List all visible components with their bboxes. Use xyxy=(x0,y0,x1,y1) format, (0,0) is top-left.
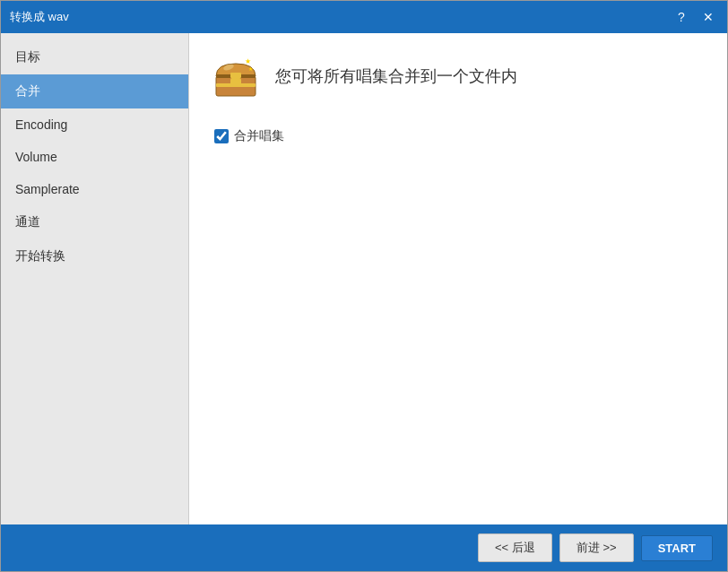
back-button[interactable]: << 后退 xyxy=(478,533,552,562)
checkbox-area: 合并唱集 xyxy=(214,128,706,144)
titlebar-controls: ? ✕ xyxy=(672,7,718,27)
panel-title: 您可将所有唱集合并到一个文件内 xyxy=(275,65,517,87)
panel-header: ★ ★ 您可将所有唱集合并到一个文件内 xyxy=(211,51,706,101)
svg-rect-5 xyxy=(230,73,241,78)
bottom-bar: << 后退 前进 >> START xyxy=(1,524,727,571)
sidebar-item-channel[interactable]: 通道 xyxy=(1,205,188,239)
window-title: 转换成 wav xyxy=(10,9,69,25)
close-button[interactable]: ✕ xyxy=(698,7,718,27)
start-button[interactable]: START xyxy=(641,535,713,561)
sidebar-item-start-convert[interactable]: 开始转换 xyxy=(1,239,188,273)
forward-button[interactable]: 前进 >> xyxy=(559,533,634,562)
sidebar-item-merge[interactable]: 合并 xyxy=(1,74,188,108)
svg-text:★: ★ xyxy=(248,66,253,72)
sidebar: 目标 合并 Encoding Volume Samplerate 通道 开始转换 xyxy=(1,33,189,524)
merge-checkbox[interactable] xyxy=(214,129,229,143)
help-button[interactable]: ? xyxy=(672,7,691,27)
content-area: 目标 合并 Encoding Volume Samplerate 通道 开始转换 xyxy=(1,33,727,524)
main-panel: ★ ★ 您可将所有唱集合并到一个文件内 合并唱集 xyxy=(189,33,727,524)
sidebar-item-target[interactable]: 目标 xyxy=(1,40,188,74)
svg-text:★: ★ xyxy=(245,57,251,65)
treasure-chest-icon: ★ ★ xyxy=(211,51,261,101)
sidebar-item-samplerate[interactable]: Samplerate xyxy=(1,173,188,205)
main-window: 转换成 wav ? ✕ 目标 合并 Encoding Volume Sample… xyxy=(0,0,728,572)
sidebar-item-volume[interactable]: Volume xyxy=(1,141,188,173)
sidebar-item-encoding[interactable]: Encoding xyxy=(1,108,188,141)
titlebar: 转换成 wav ? ✕ xyxy=(1,1,727,33)
merge-checkbox-label[interactable]: 合并唱集 xyxy=(234,128,284,144)
